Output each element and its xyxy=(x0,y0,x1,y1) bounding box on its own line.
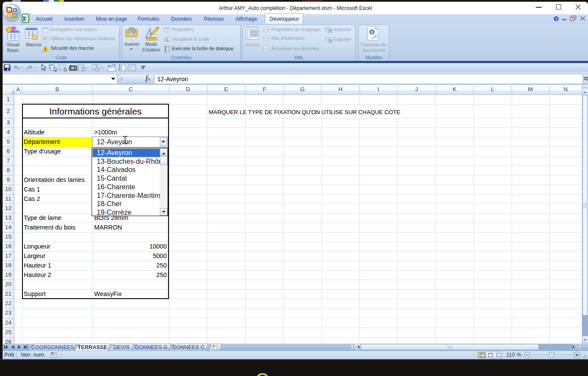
svg-text:<>: <> xyxy=(264,28,269,32)
svg-text:<>: <> xyxy=(264,37,269,41)
svg-text:?: ? xyxy=(555,16,558,22)
svg-text:i: i xyxy=(372,30,373,35)
svg-text:<>: <> xyxy=(264,47,269,51)
